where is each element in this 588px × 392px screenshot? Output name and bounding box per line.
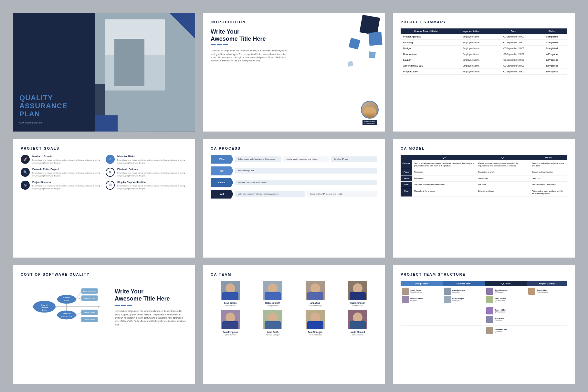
team-member-role: Client Service (352, 305, 363, 307)
struct-info: Sean Collins Project Manager (537, 289, 549, 293)
struct-cell-qa: Susie Holden QA Assistance Alan Holden Q… (485, 306, 527, 326)
struct-cell-software (443, 326, 485, 337)
struct-member: Rebecca Smith Designer (402, 296, 441, 303)
table-row: XX-September-20XX (490, 69, 536, 75)
table-row: Completed (536, 34, 567, 40)
table-row: What Prevention Verification Detection (401, 175, 567, 181)
table-row: In Progress (536, 57, 567, 63)
summary-header-statusc: Status (536, 28, 567, 34)
team-grid: Sean Collins Administrator Rebecca Smith… (211, 281, 377, 336)
deco-shape-5 (368, 32, 382, 46)
table-row: In Progress (536, 51, 567, 57)
struct-cell-pm: Sean Collins Project Manager (527, 286, 567, 306)
team-member-name: Rebecca Smith (265, 302, 280, 304)
qa-model-table: QA QC Testing Purpose Setting up adequat… (401, 155, 567, 197)
team-body (265, 321, 281, 329)
team-face (268, 313, 278, 322)
deco-shape-4 (348, 61, 353, 67)
team-member-name: Marie Steward (351, 331, 365, 333)
team-body (307, 292, 323, 300)
qa-row-testing: Source code and design (530, 169, 567, 175)
svg-line-27 (76, 313, 81, 315)
summary-header-status: Current Project Status (401, 28, 452, 34)
goal-item: 🔍 Evaluate Entire Project Lorem ipsum, o… (21, 168, 102, 177)
struct-photo (402, 288, 409, 295)
struct-cell-software (443, 306, 485, 326)
svg-text:Quality: Quality (42, 309, 47, 311)
struct-member: Sam Finnegan Developer (444, 296, 484, 303)
svg-text:Appraisal Costs: Appraisal Costs (84, 297, 95, 299)
qa-row-qc: Before the release (476, 188, 530, 197)
team-member: Susie Johnson Client Service (338, 281, 378, 307)
team-photo (221, 281, 240, 300)
table-row: Planning (401, 40, 452, 46)
process-box-plan-3: Develop QA plan (331, 156, 377, 162)
qa-row-testing: Test Engineers, Developers (530, 182, 567, 188)
team-member-role: HR Specialist (352, 334, 363, 336)
process-row-check: Check Evaluate results of the QA Testing (211, 178, 377, 187)
slide-team-structure: PROJECT TEAM STRUCTURE Design Team Softw… (393, 265, 575, 384)
slide-cost: COST OF SOFTWARE QUALITY Cost of Softwar… (13, 265, 195, 384)
goal-item: ◎ Project Success Lorem ipsum, or lipsum… (21, 181, 102, 190)
summary-table: Current Project Status Implementation Da… (401, 28, 567, 75)
team-body (350, 321, 366, 329)
cover-title-text: QUALITY ASSURANCE PLAN (19, 94, 89, 118)
qa-row-qa: Setting up adequate processes, introduci… (412, 160, 476, 169)
table-row: XX-September-20XX (490, 51, 536, 57)
struct-info: Alan Holden QA Middle (495, 317, 505, 321)
intro-deco (327, 13, 385, 78)
table-row: Employee Name (452, 57, 490, 63)
struct-header-pm: Project Manager (527, 281, 567, 286)
struct-photo (486, 307, 493, 314)
struct-info: Sven Ferguson QA Manager (495, 289, 508, 293)
team-face (310, 283, 320, 293)
team-member: John Smith Account Manager (253, 310, 293, 336)
qa-row-qa: Processes (412, 169, 476, 175)
team-face (353, 283, 362, 293)
team-member-name: Anna Sue (310, 302, 320, 304)
table-row: Focus Processes Product as a whole Sourc… (401, 169, 567, 175)
team-photo (306, 310, 325, 329)
process-box-act-2: Document the QA process and results (307, 191, 377, 196)
team-member-role: Client Service (225, 334, 236, 336)
cover-blue-rect (95, 115, 118, 132)
table-row: Who The team including the stakeholders … (401, 182, 567, 188)
goal-desc: Lorem ipsum, or lipsum as it is sometime… (117, 159, 187, 164)
team-member: Sean Collins Administrator (211, 281, 250, 307)
struct-cell-pm (527, 306, 567, 326)
qa-row-label: When (401, 188, 412, 197)
process-row-act: Act Make any necessary changes or improv… (211, 190, 377, 199)
slide-grid: QUALITY ASSURANCE PLAN www.mycompany.com (13, 13, 575, 384)
team-member-role: Product Director (309, 334, 322, 336)
struct-info: Rebecca Smith QA Middle (495, 329, 507, 333)
struct-cell-qa: Sven Ferguson QA Manager Marie Holden QA… (485, 286, 527, 306)
svg-text:Control: Control (63, 297, 70, 299)
goal-desc: Lorem ipsum, or lipsum as it is sometime… (32, 185, 102, 190)
struct-role: Designer (410, 300, 423, 302)
process-row-plan: Plan Define scope and objectives of QA p… (211, 155, 377, 164)
goals-section-label: PROJECT GOALS (21, 146, 187, 150)
intro-avatar (361, 101, 379, 119)
deco-shape-2 (349, 38, 361, 50)
avatar-body (363, 107, 376, 118)
struct-info: Sarah Jones Senior Designer (410, 289, 422, 293)
team-body (222, 292, 238, 300)
cover-title: QUALITY ASSURANCE PLAN www.mycompany.com (19, 94, 89, 124)
qa-row-qc: Making sure that the product correspond … (476, 160, 530, 169)
struct-photo (486, 327, 493, 334)
table-row: XX-September-20XX (490, 40, 536, 46)
slide-qa-process: QA PROCESS Plan Define scope and objecti… (203, 139, 385, 258)
process-row-do: Do Implement QA plan (211, 166, 377, 175)
goal-item: 🚀 Maximize Results Lorem ipsum, or lipsu… (21, 155, 102, 164)
team-face (268, 283, 278, 293)
slide-project-summary: PROJECT SUMMARY Current Project Status I… (393, 13, 575, 132)
team-photo (306, 281, 325, 300)
qa-row-qc: Product as a whole (476, 169, 530, 175)
team-member: Sam Finnegan Product Director (296, 310, 335, 336)
goal-icon: ◎ (21, 181, 30, 190)
struct-member: Susie Holden QA Assistance (486, 307, 526, 314)
table-row: Employee Name (452, 63, 490, 69)
goal-text: Project Success Lorem ipsum, or lipsum a… (32, 181, 102, 190)
process-box-plan-2: Identify quality standards and criteria (283, 156, 330, 162)
qa-model-header-qc: QC (476, 155, 530, 160)
